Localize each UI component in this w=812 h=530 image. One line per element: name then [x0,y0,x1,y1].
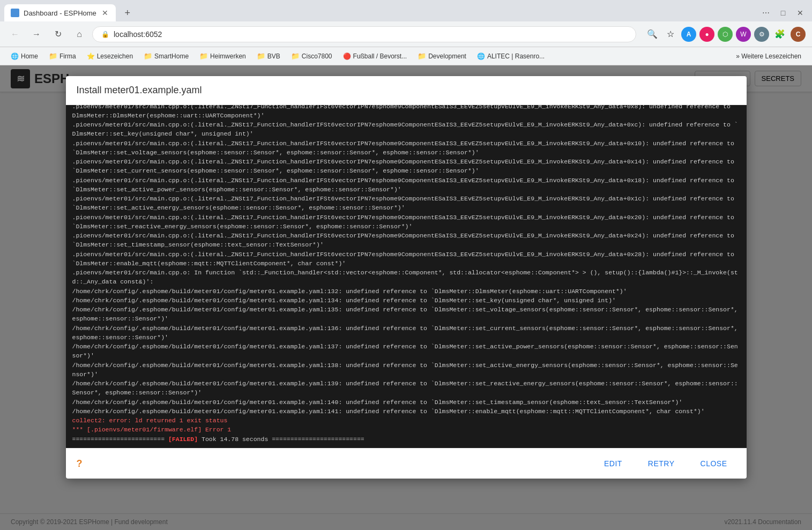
bookmark-development[interactable]: 📁 Development [413,50,471,62]
profile-icon[interactable]: C [791,27,806,42]
help-button[interactable]: ? [77,458,83,469]
folder-icon-6: 📁 [418,52,426,60]
toolbar-icons: 🔍 ☆ A ● ⬡ W ⚙ 🧩 C [645,27,806,42]
active-tab[interactable]: Dashboard - ESPHome ✕ [4,4,116,21]
bookmarks-bar: 🌐 Home 📁 Firma ⭐ Lesezeichen 📁 SmartHome… [0,47,812,65]
retry-button[interactable]: RETRY [639,455,683,472]
folder-icon: 📁 [49,52,57,60]
extension-icon-1[interactable]: A [681,27,696,42]
modal-title: Install meter01.example.yaml [77,85,736,96]
window-controls: ⋯ □ ✕ [758,5,808,20]
folder-icon-4: 📁 [257,52,265,60]
bookmark-cisco[interactable]: 📁 Cisco7800 [287,50,337,62]
lock-icon: 🔒 [101,31,109,38]
minimize-button[interactable]: ⋯ [758,5,773,20]
modal-header: Install meter01.example.yaml [66,76,747,105]
edit-button[interactable]: EDIT [595,455,631,472]
bookmark-heimwerken[interactable]: 📁 Heimwerken [195,50,250,62]
home-globe-icon: 🌐 [11,53,19,60]
bookmark-alitec[interactable]: 🌐 ALITEC | Rasenro... [473,51,549,62]
address-bar: ← → ↻ ⌂ 🔒 localhost:6052 🔍 ☆ A ● ⬡ W ⚙ 🧩… [0,21,812,47]
tab-close-button[interactable]: ✕ [101,8,109,18]
page-content: ≋ ESPHome UPDATE ALL SECRETS Install met… [0,65,812,530]
modal-footer: ? EDIT RETRY CLOSE [66,448,747,479]
home-button[interactable]: ⌂ [71,26,88,43]
close-button[interactable]: CLOSE [692,455,736,472]
bookmark-home[interactable]: 🌐 Home [6,51,42,62]
bookmark-smarthome[interactable]: 📁 SmartHome [139,50,193,62]
extension-icon-3[interactable]: ⬡ [718,27,733,42]
extension-icon-4[interactable]: W [736,27,751,42]
bookmark-lesezeichen[interactable]: ⭐ Lesezeichen [83,51,137,62]
extension-icon-2[interactable]: ● [699,27,714,42]
bookmark-bvb[interactable]: 📁 BVB [252,50,285,62]
modal-overlay: Install meter01.example.yaml Compiling .… [0,65,812,530]
url-bar[interactable]: 🔒 localhost:6052 [92,26,636,42]
tab-title: Dashboard - ESPHome [24,9,96,17]
folder-icon-2: 📁 [144,52,152,60]
red-icon: 🔴 [343,53,351,60]
extension-icon-5[interactable]: ⚙ [754,27,769,42]
maximize-button[interactable]: □ [776,5,791,20]
reload-button[interactable]: ↻ [49,26,66,43]
forward-button[interactable]: → [28,26,45,43]
folder-icon-5: 📁 [291,52,300,60]
more-bookmarks[interactable]: » Weitere Lesezeichen [732,51,806,62]
bookmark-fussball[interactable]: 🔴 Fußball / Bevorst... [339,51,412,62]
tab-bar: Dashboard - ESPHome ✕ + ⋯ □ ✕ [0,0,812,21]
bookmark-star-icon[interactable]: ☆ [663,27,678,42]
extensions-button[interactable]: 🧩 [772,27,787,42]
terminal-output: Compiling .pioenvs/meter01/FrameworkArdu… [66,105,747,448]
url-text: localhost:6052 [114,30,162,39]
folder-icon-3: 📁 [199,52,208,60]
alitec-globe-icon: 🌐 [477,53,485,60]
search-icon[interactable]: 🔍 [645,27,660,42]
install-modal: Install meter01.example.yaml Compiling .… [66,76,747,479]
new-tab-button[interactable]: + [120,5,135,20]
close-window-button[interactable]: ✕ [793,5,808,20]
browser-chrome: Dashboard - ESPHome ✕ + ⋯ □ ✕ ← → ↻ ⌂ 🔒 … [0,0,812,65]
tab-favicon [11,9,19,17]
star-icon: ⭐ [87,53,95,60]
bookmark-firma[interactable]: 📁 Firma [44,50,80,62]
back-button[interactable]: ← [6,26,24,43]
